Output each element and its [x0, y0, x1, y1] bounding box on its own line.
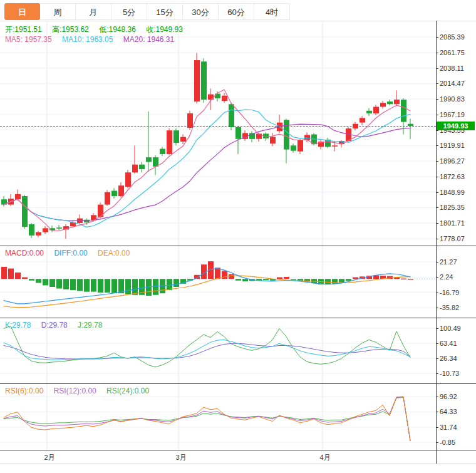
kdj-legend: K:29.78 D:29.78 J:29.78 [5, 321, 110, 330]
dea-value: DEA:0.00 [98, 249, 130, 257]
y-axis-tick [436, 442, 438, 443]
rsi-legend: RSI(6):0.00 RSI(12):0.00 RSI(24):0.00 [5, 387, 157, 395]
y-axis-tick [436, 145, 438, 146]
current-price-line [0, 126, 436, 127]
y-axis-tick [436, 115, 438, 115]
y-axis-tick [436, 192, 438, 193]
j-value: J:29.78 [78, 321, 102, 330]
y-axis-tick [436, 277, 438, 278]
x-axis-bottom-border [0, 464, 476, 464]
y-axis-tick [436, 207, 438, 208]
y-axis-label: 2085.39 [440, 33, 465, 41]
y-axis-tick [436, 68, 438, 69]
y-axis-label: 63.41 [440, 340, 457, 347]
tab-timeframe-3[interactable]: 5分 [111, 3, 147, 20]
k-value: K:29.78 [5, 321, 31, 330]
rsi12-value: RSI(12):0.00 [54, 387, 96, 395]
ma5-value: MA5: 1957.35 [5, 35, 52, 44]
y-axis-label: 2.24 [440, 273, 453, 281]
y-axis-label: -16.79 [440, 289, 459, 296]
ma-legend: MA5: 1957.35 MA10: 1963.05 MA20: 1946.31 [5, 35, 182, 44]
y-axis-tick [436, 53, 438, 53]
tab-timeframe-1[interactable]: 周 [40, 3, 76, 20]
pane-separator [0, 383, 476, 384]
tab-timeframe-4[interactable]: 15分 [147, 3, 183, 20]
y-axis-label: 1896.27 [440, 157, 465, 165]
macd-legend: MACD:0.00 DIFF:0.00 DEA:0.00 [5, 249, 138, 257]
tab-timeframe-5[interactable]: 30分 [183, 3, 219, 20]
y-axis-label: 1778.07 [440, 235, 465, 242]
y-axis-tick [436, 373, 438, 374]
y-axis-tick [436, 239, 438, 239]
y-axis-label: 31.74 [440, 424, 457, 431]
y-axis-label: 1801.71 [440, 219, 465, 227]
y-axis-tick [436, 308, 438, 308]
tab-timeframe-0[interactable]: 日 [4, 3, 40, 20]
ma20-value: MA20: 1946.31 [123, 35, 174, 44]
current-price-tag: 1949.93 [437, 122, 475, 130]
y-axis-tick [436, 343, 438, 344]
y-axis-label: 26.34 [440, 355, 457, 362]
trading-chart-app: 日周月5分15分30分60分4时 开:1951.51 高:1953.62 低:1… [0, 0, 476, 473]
timeframe-tabbar: 日周月5分15分30分60分4时 [4, 3, 290, 20]
pane-separator [0, 318, 476, 318]
close-value: 收:1949.93 [146, 25, 183, 34]
y-axis-tick [436, 83, 438, 84]
x-axis-month-label: 3月 [175, 453, 186, 462]
y-axis-tick [436, 427, 438, 428]
y-axis-tick [436, 161, 438, 162]
rsi6-value: RSI(6):0.00 [5, 387, 43, 395]
x-axis-month-label: 2月 [44, 453, 54, 462]
y-axis-label: 96.92 [440, 393, 457, 400]
high-value: 高:1953.62 [52, 25, 89, 34]
price-pane-chart[interactable] [0, 21, 436, 246]
y-axis-label: 2061.75 [440, 49, 465, 56]
low-value: 低:1948.36 [99, 25, 136, 34]
y-axis-tick [436, 397, 438, 397]
y-axis-tick [436, 99, 438, 100]
pane-separator [0, 246, 476, 246]
y-axis-tick [436, 262, 438, 262]
tab-timeframe-7[interactable]: 4时 [254, 3, 290, 20]
y-axis-label: 64.33 [440, 408, 457, 415]
pane-separator [0, 450, 476, 450]
y-axis-label: 1848.99 [440, 189, 465, 196]
y-axis-label: 1825.35 [440, 204, 465, 211]
rsi24-value: RSI(24):0.00 [106, 387, 149, 395]
y-axis-label: 1990.83 [440, 95, 465, 103]
y-axis-tick [436, 293, 438, 293]
y-axis-tick [436, 37, 438, 38]
macd-value: MACD:0.00 [5, 249, 44, 257]
d-value: D:29.78 [41, 321, 68, 330]
y-axis-label: 1872.63 [440, 173, 465, 180]
y-axis-tick [436, 358, 438, 359]
diff-value: DIFF:0.00 [54, 249, 87, 257]
ohlc-legend: 开:1951.51 高:1953.62 低:1948.36 收:1949.93 [5, 24, 191, 35]
y-axis-label: 100.49 [440, 325, 461, 332]
y-axis-label: 1919.91 [440, 142, 465, 149]
y-axis-label: -0.85 [440, 439, 455, 446]
y-axis-label: 2038.11 [440, 65, 464, 72]
y-axis-label: -10.73 [440, 370, 459, 377]
y-axis-tick [436, 328, 438, 329]
y-axis-label: -35.82 [440, 304, 459, 311]
y-axis-tick [436, 223, 438, 224]
tab-timeframe-6[interactable]: 60分 [219, 3, 254, 20]
x-axis-month-label: 4月 [319, 453, 330, 462]
ma10-value: MA10: 1963.05 [62, 35, 113, 44]
y-axis-label: 2014.47 [440, 80, 465, 87]
open-value: 开:1951.51 [5, 25, 42, 34]
y-axis-label: 1967.19 [440, 111, 465, 118]
y-axis-tick [436, 177, 438, 177]
y-axis-label: 21.27 [440, 258, 457, 266]
tab-timeframe-2[interactable]: 月 [76, 3, 111, 20]
y-axis-tick [436, 412, 438, 412]
